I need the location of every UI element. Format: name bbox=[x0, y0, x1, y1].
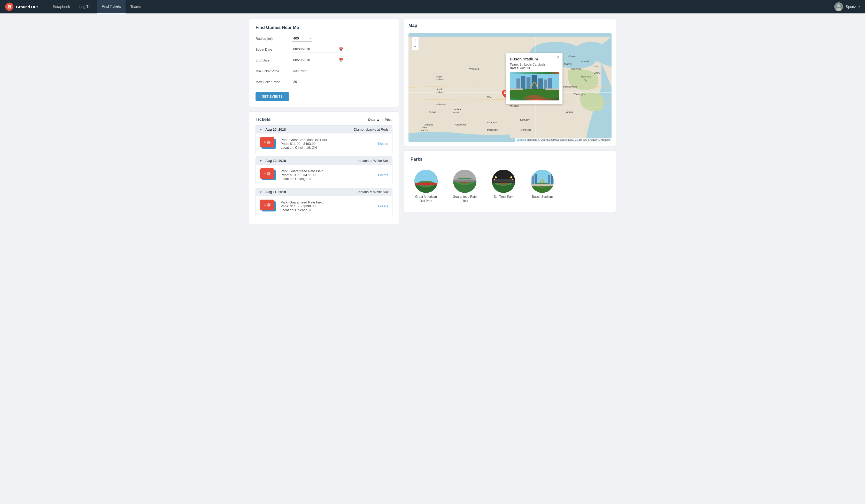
svg-text:Mississippi: Mississippi bbox=[487, 129, 498, 131]
ticket-group-1: ▼ Aug 10, 2018 Indians at White Sox Park… bbox=[255, 156, 392, 185]
get-events-button[interactable]: GET EVENTS bbox=[255, 92, 289, 101]
ticket-price-0: Price: $11.00 - $483.00 bbox=[280, 142, 373, 145]
svg-rect-80 bbox=[493, 179, 514, 181]
park-item-3[interactable]: Busch Stadium bbox=[527, 169, 558, 203]
nav-log-trip[interactable]: Log Trip bbox=[75, 0, 97, 13]
min-price-input[interactable] bbox=[292, 68, 343, 74]
svg-rect-53 bbox=[521, 76, 525, 90]
ticket-item-2: Park: Guaranteed Rate Field Price: $11.0… bbox=[256, 196, 392, 216]
ticket-stub-front-2 bbox=[260, 200, 274, 210]
nav-right: Spudz ▾ bbox=[834, 2, 860, 11]
svg-text:Mexico: Mexico bbox=[421, 129, 428, 132]
svg-text:Kentucky: Kentucky bbox=[520, 118, 530, 121]
end-date-label: End Date bbox=[255, 58, 292, 62]
svg-text:New York: New York bbox=[581, 75, 591, 78]
svg-point-83 bbox=[494, 179, 495, 180]
zoom-in-button[interactable]: + bbox=[412, 37, 418, 43]
park-circle-1 bbox=[453, 169, 476, 193]
nav-teams[interactable]: Teams bbox=[126, 0, 146, 13]
popup-stadium-name: Busch Stadium bbox=[510, 57, 559, 61]
ticket-group-header-0[interactable]: ▼ Aug 10, 2018 Diamondbacks at Reds bbox=[256, 126, 392, 133]
ticket-item-1: Park: Guaranteed Rate Field Price: $10.0… bbox=[256, 165, 392, 185]
brand[interactable]: ⚾ Ground Out bbox=[5, 3, 38, 11]
svg-text:Arkansas: Arkansas bbox=[487, 121, 497, 124]
svg-text:Montréal: Montréal bbox=[581, 60, 590, 63]
nav-username[interactable]: Spudz bbox=[846, 5, 856, 9]
park-circle-2 bbox=[492, 169, 515, 193]
leaflet-link[interactable]: Leaflet bbox=[517, 138, 524, 141]
nav-find-tickets[interactable]: Find Tickets bbox=[97, 0, 126, 13]
ticket-group-header-2[interactable]: ▼ Aug 11, 2018 Indians at White Sox bbox=[256, 188, 392, 196]
navbar: ⚾ Ground Out Scrapbook Log Trip Find Tic… bbox=[0, 0, 865, 13]
ticket-icon-0 bbox=[260, 137, 276, 150]
svg-rect-86 bbox=[532, 176, 534, 185]
popup-team-value: St. Louis Cardinals bbox=[520, 63, 546, 66]
map-popup: ✕ Busch Stadium Team: St. Louis Cardinal… bbox=[506, 53, 563, 104]
radius-chevron-icon: ▾ bbox=[310, 37, 311, 40]
svg-point-46 bbox=[505, 92, 506, 93]
popup-close-button[interactable]: ✕ bbox=[557, 55, 560, 59]
nav-scrapbook[interactable]: Scrapbook bbox=[48, 0, 75, 13]
ticket-link-1[interactable]: Tickets bbox=[378, 173, 388, 177]
ticket-link-2[interactable]: Tickets bbox=[378, 204, 388, 208]
park-item-2[interactable]: SunTrust Park bbox=[488, 169, 519, 203]
popup-dates-label: Dates: bbox=[510, 66, 519, 70]
svg-text:Tennessee: Tennessee bbox=[520, 129, 531, 131]
zoom-out-button[interactable]: − bbox=[412, 43, 418, 50]
ticket-group-2: ▼ Aug 11, 2018 Indians at White Sox Park… bbox=[255, 188, 392, 216]
nav-links: Scrapbook Log Trip Find Tickets Teams bbox=[48, 0, 827, 13]
popup-dates: Dates: Aug 13 bbox=[510, 66, 559, 70]
attribution-text: | Map data © OpenStreetMap contributors,… bbox=[525, 138, 610, 141]
sort-price-button[interactable]: Price bbox=[385, 118, 392, 121]
svg-rect-52 bbox=[517, 78, 520, 89]
park-label-3: Busch Stadium bbox=[532, 195, 553, 199]
svg-rect-73 bbox=[456, 179, 474, 180]
find-games-card: Find Games Near Me Radius (mi) 400 100 2… bbox=[249, 19, 399, 107]
begin-date-field-wrapper: 📅 bbox=[292, 46, 343, 52]
svg-text:New: New bbox=[423, 126, 427, 129]
ticket-park-1: Park: Guaranteed Rate Field bbox=[280, 169, 373, 173]
svg-text:Washington: Washington bbox=[574, 93, 586, 95]
park-circle-0 bbox=[414, 169, 438, 193]
chevron-icon-2: ▼ bbox=[260, 190, 262, 194]
svg-rect-93 bbox=[531, 184, 554, 186]
svg-rect-61 bbox=[545, 88, 559, 90]
svg-point-81 bbox=[495, 176, 497, 178]
begin-date-calendar-icon[interactable]: 📅 bbox=[339, 47, 343, 51]
map-container[interactable]: North Dakota South Dakota Nebraska Winni… bbox=[408, 33, 612, 142]
ticket-icon-2 bbox=[260, 200, 276, 212]
ticket-link-0[interactable]: Tickets bbox=[378, 142, 388, 145]
parks-grid: Great American Ball Park bbox=[411, 167, 610, 206]
ticket-game-0: Diamondbacks at Reds bbox=[354, 128, 389, 131]
svg-text:Virginia: Virginia bbox=[566, 111, 573, 113]
svg-text:Pennsylvania: Pennsylvania bbox=[563, 85, 577, 88]
sort-date-button[interactable]: Date ▲ bbox=[368, 118, 380, 121]
svg-text:Winnipeg: Winnipeg bbox=[470, 68, 479, 70]
end-date-calendar-icon[interactable]: 📅 bbox=[339, 58, 343, 62]
popup-team: Team: St. Louis Cardinals bbox=[510, 63, 559, 66]
sort-controls: Date ▲ | Price bbox=[368, 118, 392, 121]
radius-dropdown[interactable]: 400 100 200 300 500 bbox=[293, 36, 308, 40]
ticket-info-1: Park: Guaranteed Rate Field Price: $10.0… bbox=[280, 169, 373, 181]
park-item-1[interactable]: Guaranteed Rate Field bbox=[449, 169, 480, 203]
radius-row: Radius (mi) 400 100 200 300 500 ▾ bbox=[255, 35, 392, 42]
max-price-input[interactable] bbox=[292, 79, 343, 85]
svg-rect-54 bbox=[527, 77, 531, 89]
svg-rect-89 bbox=[551, 174, 553, 185]
svg-text:South: South bbox=[436, 88, 442, 91]
svg-text:United: United bbox=[454, 108, 461, 111]
begin-date-input[interactable] bbox=[292, 46, 339, 52]
svg-text:States: States bbox=[453, 111, 460, 114]
popup-dates-value: Aug 13 bbox=[520, 66, 530, 70]
park-item-0[interactable]: Great American Ball Park bbox=[411, 169, 441, 203]
max-price-row: Max Ticket Price bbox=[255, 79, 392, 85]
max-price-label: Max Ticket Price bbox=[255, 80, 292, 84]
svg-text:On...: On... bbox=[487, 95, 492, 98]
radius-select[interactable]: 400 100 200 300 500 ▾ bbox=[292, 35, 312, 42]
svg-rect-57 bbox=[544, 80, 547, 90]
end-date-input[interactable] bbox=[292, 57, 339, 63]
tickets-card: Tickets Date ▲ | Price ▼ Aug 10, 2018 Di… bbox=[249, 112, 399, 224]
begin-date-row: Begin Date 📅 bbox=[255, 46, 392, 52]
ticket-group-header-1[interactable]: ▼ Aug 10, 2018 Indians at White Sox bbox=[256, 157, 392, 165]
nav-dropdown-icon[interactable]: ▾ bbox=[858, 5, 860, 8]
